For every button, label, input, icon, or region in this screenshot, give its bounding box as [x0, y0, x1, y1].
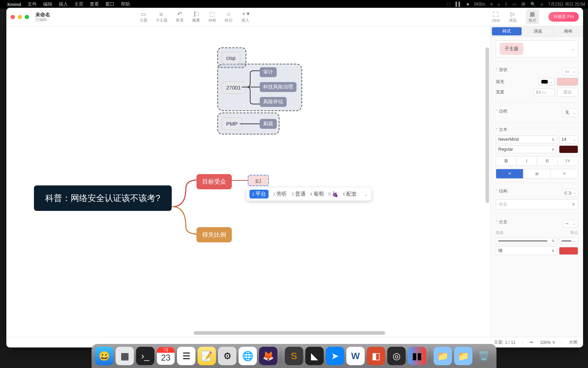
bluetooth-icon[interactable]: ᛒ	[505, 2, 507, 7]
font-family-select[interactable]: NeverMind⇅	[496, 136, 557, 143]
summary-button[interactable]: ]□概要	[192, 11, 200, 23]
align-center-button[interactable]: ≣	[523, 169, 551, 178]
insert-button[interactable]: ＋▾插入	[241, 11, 249, 23]
dock-sublime[interactable]: S	[285, 347, 303, 365]
node-tech-risk[interactable]: 科技风险治理	[260, 82, 296, 92]
node-target-audience[interactable]: 目标受众	[196, 174, 232, 189]
dock-app4[interactable]: ▮▮	[408, 347, 426, 365]
section-structure[interactable]: 结构	[496, 188, 507, 194]
text-case-button[interactable]: Tᴛ	[558, 156, 578, 166]
tab-canvas[interactable]: 画布	[553, 26, 583, 36]
node-editing[interactable]: p t	[248, 175, 269, 186]
presentation-button[interactable]: ▷演说	[509, 11, 517, 23]
dock-firefox[interactable]: 🦊	[259, 347, 277, 365]
bold-button[interactable]: B	[496, 156, 517, 166]
dock-calendar[interactable]: 7月23	[157, 347, 175, 365]
dock-trash[interactable]: 🗑️	[475, 347, 493, 365]
input-icon[interactable]: 拼	[521, 1, 525, 7]
shape-select[interactable]: ▭⌄	[563, 68, 578, 75]
dock-notes[interactable]: 📝	[198, 347, 216, 365]
close-button[interactable]	[11, 15, 15, 19]
mindmap-canvas[interactable]: cisp 27001 审计 科技风险治理 风险评估 PMP 刷题 科普：网络安全…	[6, 26, 490, 337]
topic-counter[interactable]: 主题: 1 / 11	[494, 339, 516, 345]
width-input[interactable]: 63 PX	[534, 88, 555, 96]
ime-option-3[interactable]: 3普通	[291, 191, 305, 197]
border-select[interactable]: 无⌄	[563, 108, 578, 117]
dock-launchpad[interactable]: ▦	[116, 347, 134, 365]
ime-option-1[interactable]: 1平台	[249, 190, 269, 199]
line-width-select[interactable]: 细⇅	[496, 246, 557, 255]
ime-candidate-popup[interactable]: 1平台 2旁听 3普通 4葡萄 5🍇 6配套 ⌄	[247, 188, 371, 201]
horizontal-scrollbar[interactable]	[20, 331, 476, 335]
menu-home[interactable]: 主页	[74, 1, 83, 7]
section-branch[interactable]: 分支	[496, 219, 507, 225]
fill-color-swatch[interactable]	[557, 78, 578, 86]
font-weight-select[interactable]: Regular⇅	[496, 145, 557, 153]
menu-help[interactable]: 帮助	[121, 1, 130, 7]
topic-button[interactable]: ▭主题	[140, 11, 147, 23]
dock-folder2[interactable]: 📁	[454, 347, 472, 365]
node-cisp[interactable]: cisp	[222, 52, 240, 64]
section-border[interactable]: 边框	[496, 108, 507, 114]
format-button[interactable]: ▦格式	[526, 9, 539, 24]
topic-type-select[interactable]: 子主题 ⌄	[496, 40, 578, 57]
italic-button[interactable]: I	[517, 156, 537, 166]
strike-button[interactable]: S	[537, 156, 558, 166]
node-gain-loss[interactable]: 得失比例	[196, 227, 232, 242]
endpoint-select[interactable]: ⌄	[559, 237, 578, 244]
search-icon[interactable]: 🔍	[530, 2, 536, 7]
width-fit-button[interactable]: 适合	[557, 88, 578, 97]
wifi-icon[interactable]: ⏚	[498, 2, 500, 7]
menu-edit[interactable]: 编辑	[43, 1, 52, 7]
subtopic-button[interactable]: ⎄子主题	[156, 11, 167, 23]
menu-view[interactable]: 查看	[90, 1, 99, 7]
marker-button[interactable]: ☆标记	[225, 11, 233, 23]
menu-insert[interactable]: 插入	[59, 1, 68, 7]
fill-opacity-select[interactable]: ⌄	[539, 78, 555, 86]
dock-chrome[interactable]: 🌐	[239, 347, 257, 365]
battery-icon[interactable]: ▭	[512, 2, 516, 7]
status-datetime[interactable]: 7月23日 周日 20:54	[548, 1, 585, 7]
menu-window[interactable]: 窗口	[105, 1, 114, 7]
map-overview-icon[interactable]: ⬲	[529, 340, 534, 345]
align-right-button[interactable]: ≡	[551, 169, 578, 178]
ime-option-2[interactable]: 2旁听	[273, 191, 287, 197]
chevron-down-icon[interactable]: ⌄	[364, 191, 369, 197]
outline-toggle[interactable]: 大纲	[569, 339, 577, 345]
section-text[interactable]: 文本	[496, 127, 578, 133]
upgrade-pro-button[interactable]: 升级至 Pro	[548, 12, 579, 22]
menu-file[interactable]: 文件	[28, 1, 37, 7]
structure-direction-select[interactable]: 向右⇅	[496, 199, 578, 209]
text-color-swatch[interactable]	[559, 145, 578, 153]
maximize-button[interactable]	[25, 15, 29, 19]
section-shape[interactable]: 形状	[496, 67, 507, 73]
align-left-button[interactable]: ≡	[496, 169, 523, 178]
ime-option-5[interactable]: 5🍇	[328, 191, 339, 197]
control-center-icon[interactable]: ⌾	[541, 2, 543, 7]
boundary-button[interactable]: ⬚外框	[208, 11, 216, 23]
dock-folder1[interactable]: 📁	[434, 347, 452, 365]
zen-button[interactable]: ⛶ZEN	[492, 11, 500, 23]
dock-app3[interactable]: ◧	[367, 347, 385, 365]
node-risk-assess[interactable]: 风险评估	[260, 97, 287, 107]
node-27001[interactable]: 27001	[222, 81, 246, 94]
line-style-select[interactable]: ⇅	[496, 237, 557, 244]
dock-app2[interactable]: ➤	[326, 347, 344, 365]
tab-pitch[interactable]: 演说	[523, 26, 553, 36]
dock-terminal[interactable]: ›_	[136, 347, 154, 365]
dock-reminders[interactable]: ☰	[177, 347, 195, 365]
branch-color-swatch[interactable]	[559, 247, 578, 255]
vertical-scrollbar[interactable]	[486, 47, 489, 316]
ime-option-4[interactable]: 4葡萄	[310, 191, 324, 197]
zoom-control[interactable]: 100% ⇅	[540, 340, 555, 345]
minimize-button[interactable]	[18, 15, 22, 19]
dock-app1[interactable]: ◣	[305, 347, 324, 365]
menubar-app-name[interactable]: Xmind	[7, 2, 21, 7]
node-pmp[interactable]: PMP	[222, 117, 242, 130]
dock-obs[interactable]: ◎	[387, 347, 406, 365]
structure-select[interactable]: ⊏⊐⌄	[562, 189, 578, 197]
ime-option-6[interactable]: 6配套	[343, 191, 357, 197]
tab-style[interactable]: 样式	[492, 27, 522, 35]
font-size-select[interactable]: 14⌄	[559, 136, 578, 143]
dock-finder[interactable]: 😀	[95, 347, 113, 365]
